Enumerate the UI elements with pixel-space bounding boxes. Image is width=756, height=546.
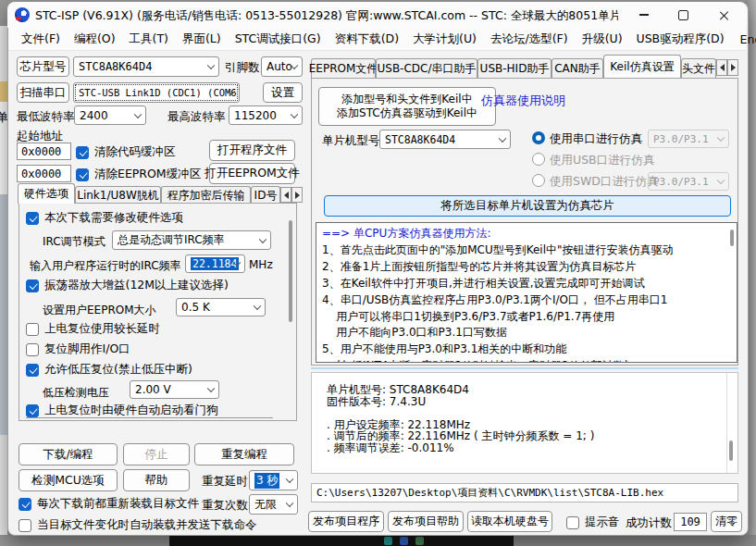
repeat-count-select[interactable]: 无限 (249, 494, 298, 515)
max-baud-label: 最高波特率 (167, 109, 226, 125)
log-scrollbar-thumb[interactable] (729, 441, 733, 461)
auto-load-checkbox[interactable]: 当目标文件变化时自动装载并发送下载命令 (19, 517, 257, 533)
tab-hardware-options[interactable]: 硬件选项 (18, 183, 75, 204)
tab-scroll-right-button[interactable] (291, 187, 303, 203)
right-tab-scroll-right-button[interactable] (727, 59, 738, 76)
taskbar-icon[interactable] (415, 537, 424, 545)
mcu-model-select[interactable]: STC8A8K64D4 (379, 130, 511, 149)
arrow-left-icon (284, 192, 289, 199)
chevron-down-icon (207, 62, 215, 69)
tab-eeprom-file[interactable]: EEPROM文件 (311, 58, 376, 78)
download-button[interactable]: 下载/编程 (19, 443, 118, 465)
min-baud-select[interactable]: 2400 (74, 105, 146, 125)
menu-file[interactable]: 文件(F) (21, 31, 60, 47)
beep-label: 提示音 (585, 515, 620, 530)
tab-scroll-left-button[interactable] (280, 187, 291, 203)
menu-university[interactable]: 大学计划(U) (413, 31, 477, 47)
repeat-delay-value: 3 秒 (254, 473, 279, 489)
radio-swd-emulation[interactable] (532, 174, 545, 187)
close-button[interactable] (709, 5, 738, 25)
right-tab-scroll-left-button[interactable] (716, 59, 727, 76)
chip-model-select[interactable]: STC8A8K64D4 (73, 56, 219, 77)
max-baud-select[interactable]: 115200 (229, 105, 303, 125)
reset-as-io-checkbox[interactable]: 复位脚用作I/O口 (26, 341, 130, 357)
eeprom-size-select[interactable]: 0.5 K (176, 298, 266, 316)
clear-eeprom-checkbox[interactable]: 清除EEPROM缓冲区 (76, 167, 201, 182)
menu-program[interactable]: 编程(O) (74, 31, 116, 47)
menu-forum[interactable]: 去论坛/选型(F) (490, 31, 568, 47)
wdt-checkbox[interactable]: 上电复位时由硬件自动启动看门狗 (26, 403, 218, 418)
panel-splitter[interactable] (311, 367, 738, 369)
serial-emulation-port-select[interactable]: P3.0/P3.1 (648, 130, 729, 148)
taskbar-icon[interactable] (400, 537, 408, 545)
irc-mode-select[interactable]: 总是动态调节IRC频率 (112, 230, 271, 250)
publish-help-button[interactable]: 发布项目帮助 (388, 511, 464, 532)
tab-keil-emulation[interactable]: Keil仿真设置 (603, 55, 681, 78)
eeprom-address-input[interactable]: 0x0000 (17, 165, 71, 182)
clear-code-label: 清除代码缓冲区 (94, 144, 176, 160)
help-button[interactable]: 帮助 (123, 469, 190, 491)
menu-english[interactable]: English (740, 32, 756, 46)
tab-usb-cdc[interactable]: USB-CDC/串口助手 (376, 58, 477, 78)
checkbox-checked-icon (19, 498, 31, 511)
instruction-line: 1、首先点击此页面中的"添加MCU型号到Keil中"按钮进行安装仿真驱动 (322, 242, 731, 259)
clear-code-checkbox[interactable]: 清除代码缓冲区 (76, 144, 176, 160)
serial-port-select[interactable]: STC-USB Link1D (CDC1) (COM6) (73, 82, 240, 103)
chip-model-button[interactable]: 芯片型号 (17, 56, 69, 77)
irc-freq-select[interactable]: 22.1184 (185, 254, 245, 273)
scan-port-button[interactable]: 扫描串口 (17, 82, 69, 103)
lvd-select[interactable]: 2.00 V (130, 380, 219, 399)
reload-target-checkbox[interactable]: 每次下载前都重新装载目标文件 (19, 496, 199, 512)
log-scrollbar-track (726, 373, 727, 473)
wdt-label: 上电复位时由硬件自动启动看门狗 (44, 403, 218, 418)
tab-encrypt-transfer[interactable]: 程序加密后传输 (161, 186, 251, 204)
radio-usb-emulation[interactable] (532, 153, 545, 166)
tab-usb-hid[interactable]: USB-HID助手 (477, 58, 552, 78)
tab-id-number[interactable]: ID号 (251, 186, 280, 204)
clear-count-button[interactable]: 清零 (711, 511, 742, 532)
repeat-delay-select[interactable]: 3 秒 (249, 470, 298, 490)
menu-downloads[interactable]: 资料下载(D) (335, 31, 399, 47)
check-mcu-button[interactable]: 检测MCU选项 (19, 469, 118, 491)
long-delay-checkbox[interactable]: 上电复位使用较长延时 (26, 321, 160, 337)
beep-checkbox[interactable]: 提示音 (566, 515, 620, 530)
tab-link1-u8w[interactable]: Link1/U8W脱机 (75, 186, 161, 204)
code-address-input[interactable]: 0x0000 (17, 143, 71, 160)
chevron-down-icon (717, 177, 725, 184)
stop-button[interactable]: 停止 (123, 443, 190, 465)
tab-header-file[interactable]: 头文件 (681, 58, 716, 78)
lvr-label: 允许低压复位(禁止低压中断) (44, 362, 192, 378)
menu-tools[interactable]: 工具(T) (130, 31, 168, 47)
add-to-keil-button[interactable]: 添加型号和头文件到Keil中 添加STC仿真器驱动到Keil中 (318, 87, 496, 126)
menu-stc-debug[interactable]: STC调试接口(G) (235, 31, 321, 47)
radio-usb-label: 使用USB口进行仿真 (550, 153, 654, 168)
publish-program-button[interactable]: 发布项目程序 (308, 511, 384, 532)
checkbox-checked-icon (26, 279, 39, 292)
set-emulation-chip-button[interactable]: 将所选目标单片机设置为仿真芯片 (324, 195, 731, 217)
instructions-scrollbar-thumb[interactable] (730, 230, 734, 246)
minimize-button[interactable] (629, 5, 659, 25)
taskbar-icon[interactable] (384, 537, 392, 545)
swd-emulation-port-select[interactable]: P3.0/P3.1 (648, 172, 729, 191)
modify-hardware-checkbox[interactable]: 本次下载需要修改硬件选项 (26, 210, 183, 226)
menu-usb-driver[interactable]: USB驱动程序(D) (637, 31, 725, 47)
status-log-box: 单片机型号: STC8A8K64D4 固件版本号: 7.4.3U . 用户设定频… (311, 372, 738, 474)
menu-upgrade[interactable]: 升级(U) (582, 31, 623, 47)
screen: 单 STC-ISP (V6.91X) (服务电话/销售电话: 0513-5501… (0, 0, 756, 546)
read-disk-id-button[interactable]: 读取本机硬盘号 (467, 511, 552, 532)
repeat-program-button[interactable]: 重复编程 (194, 443, 294, 465)
settings-button[interactable]: 设置 (263, 82, 303, 103)
pin-count-select[interactable]: Auto (261, 56, 303, 77)
tab-can[interactable]: CAN助手 (552, 58, 603, 78)
osc-gain-checkbox[interactable]: 振荡器放大增益(12M以上建议选择) (26, 278, 229, 293)
maximize-button[interactable] (668, 5, 698, 25)
options-scrollbar-thumb[interactable] (289, 220, 292, 322)
menu-interface[interactable]: 界面(L) (182, 31, 221, 47)
lvd-value: 2.00 V (135, 383, 171, 396)
open-program-file-button[interactable]: 打开程序文件 (209, 140, 295, 161)
radio-serial-emulation[interactable] (532, 131, 545, 144)
checkbox-unchecked-icon (26, 323, 39, 336)
emulator-usage-link[interactable]: 仿真器使用说明 (481, 93, 565, 109)
open-eeprom-file-button[interactable]: 打开EEPROM文件 (209, 163, 295, 184)
lvr-checkbox[interactable]: 允许低压复位(禁止低压中断) (26, 362, 192, 378)
